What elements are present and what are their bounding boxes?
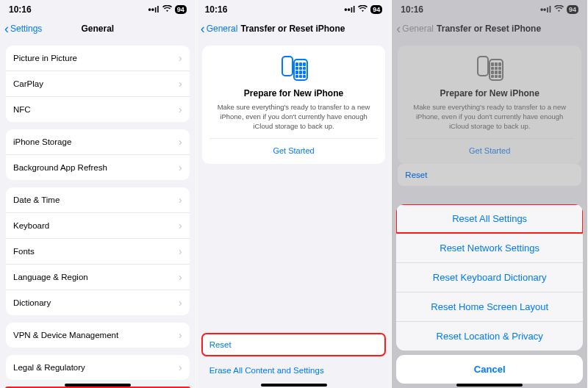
chevron-right-icon	[179, 245, 182, 257]
nav-bar: Settings General	[0, 19, 196, 38]
chevron-right-icon	[179, 297, 182, 309]
chevron-left-icon	[201, 22, 205, 35]
battery-icon: 94	[370, 5, 382, 14]
get-started-button[interactable]: Get Started	[209, 138, 379, 159]
chevron-right-icon	[179, 271, 182, 283]
settings-group: VPN & Device Management	[6, 323, 190, 348]
chevron-right-icon	[179, 194, 182, 206]
reset-network-settings[interactable]: Reset Network Settings	[396, 233, 583, 262]
settings-group: Picture in Picture CarPlay NFC	[6, 46, 190, 122]
back-button[interactable]: Settings	[4, 22, 42, 35]
home-indicator[interactable]	[456, 384, 523, 387]
row-legal-regulatory[interactable]: Legal & Regulatory	[6, 355, 190, 380]
status-bar: 10:16 ••ıl 94	[196, 0, 392, 19]
settings-scroll[interactable]: Picture in Picture CarPlay NFC iPhone St…	[0, 38, 196, 388]
screen-reset-sheet: 10:16 ••ıl 94 General Transfer or Reset …	[392, 0, 588, 388]
nav-title: General	[81, 24, 114, 34]
settings-group: Legal & Regulatory	[6, 355, 190, 380]
chevron-left-icon	[4, 22, 9, 35]
chevron-right-icon	[179, 162, 182, 173]
card-heading: Prepare for New iPhone	[209, 88, 379, 98]
battery-icon: 94	[175, 5, 187, 14]
action-sheet: Reset All Settings Reset Network Setting…	[396, 204, 583, 384]
reset-home-screen-layout[interactable]: Reset Home Screen Layout	[396, 292, 583, 321]
wifi-icon	[162, 4, 172, 15]
status-bar: 10:16 ••ıl 94	[0, 0, 196, 19]
cancel-button[interactable]: Cancel	[396, 355, 583, 384]
reset-keyboard-dictionary[interactable]: Reset Keyboard Dictionary	[396, 262, 583, 292]
card-body: Make sure everything's ready to transfer…	[209, 103, 379, 131]
nav-bar: General Transfer or Reset iPhone	[196, 19, 392, 38]
row-keyboard[interactable]: Keyboard	[6, 212, 190, 238]
chevron-right-icon	[179, 220, 182, 231]
row-fonts[interactable]: Fonts	[6, 238, 190, 264]
sheet-options: Reset All Settings Reset Network Setting…	[396, 204, 583, 351]
home-indicator[interactable]	[65, 384, 131, 387]
wifi-icon	[358, 4, 368, 15]
chevron-right-icon	[179, 362, 182, 373]
chevron-right-icon	[179, 329, 182, 341]
signal-icon: ••ıl	[344, 4, 355, 15]
erase-all-button[interactable]: Erase All Content and Settings	[202, 360, 386, 381]
reset-location-privacy[interactable]: Reset Location & Privacy	[396, 321, 583, 351]
row-date-time[interactable]: Date & Time	[6, 187, 190, 212]
row-nfc[interactable]: NFC	[6, 96, 190, 122]
nav-title: Transfer or Reset iPhone	[240, 24, 345, 34]
chevron-right-icon	[179, 104, 182, 115]
prepare-card: Prepare for New iPhone Make sure everyth…	[202, 46, 386, 164]
back-button[interactable]: General	[201, 22, 238, 35]
status-time: 10:16	[9, 4, 32, 15]
row-vpn-device-mgmt[interactable]: VPN & Device Management	[6, 323, 190, 348]
row-background-app-refresh[interactable]: Background App Refresh	[6, 154, 190, 180]
screen-transfer-reset: 10:16 ••ıl 94 General Transfer or Reset …	[196, 0, 392, 388]
back-label: Settings	[10, 24, 42, 34]
reset-button[interactable]: Reset	[202, 334, 386, 356]
row-dictionary[interactable]: Dictionary	[6, 290, 190, 315]
reset-all-settings[interactable]: Reset All Settings	[396, 204, 583, 233]
row-carplay[interactable]: CarPlay	[6, 71, 190, 96]
chevron-right-icon	[179, 52, 182, 64]
chevron-right-icon	[179, 136, 182, 148]
row-language-region[interactable]: Language & Region	[6, 264, 190, 290]
home-indicator[interactable]	[261, 384, 327, 387]
signal-icon: ••ıl	[148, 4, 159, 15]
row-iphone-storage[interactable]: iPhone Storage	[6, 129, 190, 154]
chevron-right-icon	[179, 78, 182, 90]
row-picture-in-picture[interactable]: Picture in Picture	[6, 46, 190, 71]
settings-group: Date & Time Keyboard Fonts Language & Re…	[6, 187, 190, 315]
two-phones-icon	[280, 56, 308, 81]
status-time: 10:16	[205, 4, 228, 15]
screen-general-settings: 10:16 ••ıl 94 Settings General Picture i…	[0, 0, 196, 388]
settings-group: iPhone Storage Background App Refresh	[6, 129, 190, 180]
content: Prepare for New iPhone Make sure everyth…	[196, 38, 392, 388]
back-label: General	[207, 24, 238, 34]
